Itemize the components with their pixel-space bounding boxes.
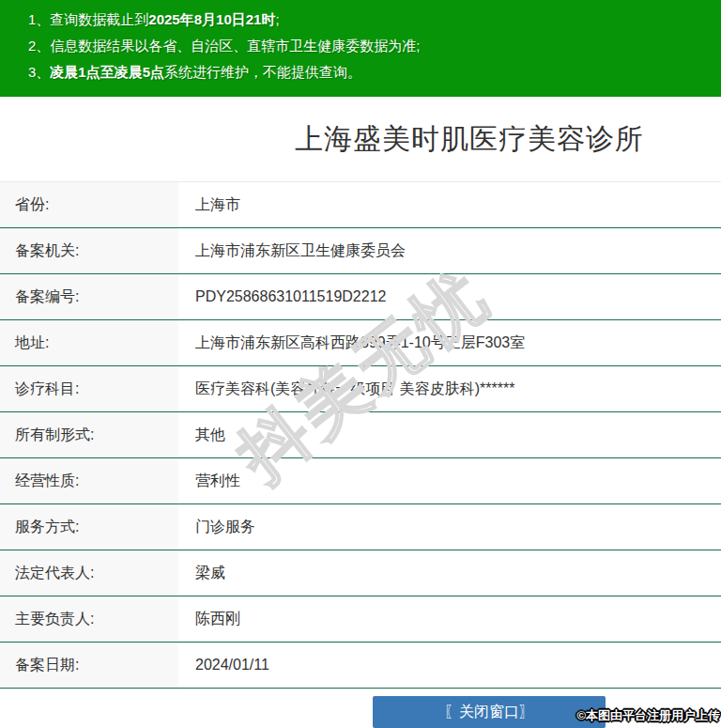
table-row-filing-date: 备案日期: 2024/01/11	[0, 643, 721, 689]
field-value: 上海市浦东新区高科西路899弄1-10号三层F303室	[178, 320, 721, 365]
notice-text: 信息数据结果以各省、自治区、直辖市卫生健康委数据为准;	[50, 38, 420, 54]
table-row-address: 地址: 上海市浦东新区高科西路899弄1-10号三层F303室	[0, 320, 721, 366]
page: 1、查询数据截止到2025年8月10日21时; 2、信息数据结果以各省、自治区、…	[0, 0, 721, 728]
field-value: 梁威	[178, 550, 721, 596]
field-value: 门诊服务	[178, 504, 721, 550]
field-value: 营利性	[178, 458, 721, 503]
notice-item-3: 3、凌晨1点至凌晨5点系统进行维护，不能提供查询。	[28, 59, 712, 85]
field-label: 备案编号:	[0, 274, 178, 319]
field-label: 地址:	[0, 320, 178, 365]
credit-watermark: ©本图由平台注册用户上传	[576, 707, 720, 724]
notice-text-bold: 2025年8月10日21时	[148, 11, 275, 27]
field-value: 上海市	[178, 182, 721, 227]
table-row-filing-authority: 备案机关: 上海市浦东新区卫生健康委员会	[0, 228, 721, 274]
notice-item-2: 2、信息数据结果以各省、自治区、直辖市卫生健康委数据为准;	[28, 33, 712, 59]
table-row-treatment-subjects: 诊疗科目: 医疗美容科(美容外科一级项目 美容皮肤科)******	[0, 366, 721, 412]
table-row-filing-number: 备案编号: PDY25868631011519D2212	[0, 274, 721, 320]
field-label: 主要负责人:	[0, 596, 178, 642]
close-window-button[interactable]: 〖关闭窗口〗	[373, 696, 606, 728]
table-row-service-mode: 服务方式: 门诊服务	[0, 504, 721, 550]
record-info-table: 省份: 上海市 备案机关: 上海市浦东新区卫生健康委员会 备案编号: PDY25…	[0, 181, 721, 689]
notice-number: 1、	[28, 11, 50, 27]
field-label: 所有制形式:	[0, 412, 178, 457]
notice-text-bold: 凌晨1点至凌晨5点	[50, 64, 164, 80]
notice-text: 查询数据截止到	[50, 11, 148, 27]
field-label: 诊疗科目:	[0, 366, 178, 411]
field-value: 上海市浦东新区卫生健康委员会	[178, 228, 721, 273]
field-value: 陈西刚	[178, 596, 721, 642]
field-value: 2024/01/11	[178, 643, 721, 688]
notice-text: ;	[275, 11, 279, 27]
field-value: 其他	[178, 412, 721, 457]
title-section: 上海盛美时肌医疗美容诊所	[0, 97, 721, 181]
notice-item-1: 1、查询数据截止到2025年8月10日21时;	[28, 7, 712, 33]
field-value: 医疗美容科(美容外科一级项目 美容皮肤科)******	[178, 366, 721, 411]
table-row-legal-representative: 法定代表人: 梁威	[0, 550, 721, 596]
table-row-ownership-form: 所有制形式: 其他	[0, 412, 721, 458]
field-label: 省份:	[0, 182, 178, 227]
field-label: 法定代表人:	[0, 550, 178, 596]
notice-number: 3、	[28, 64, 50, 80]
notice-text: 系统进行维护，不能提供查询。	[164, 64, 361, 80]
field-label: 服务方式:	[0, 504, 178, 550]
field-label: 经营性质:	[0, 458, 178, 503]
page-title: 上海盛美时肌医疗美容诊所	[0, 120, 721, 159]
table-row-province: 省份: 上海市	[0, 182, 721, 228]
notice-number: 2、	[28, 38, 50, 54]
field-label: 备案机关:	[0, 228, 178, 273]
field-value: PDY25868631011519D2212	[178, 274, 721, 319]
field-label: 备案日期:	[0, 643, 178, 688]
notice-bar: 1、查询数据截止到2025年8月10日21时; 2、信息数据结果以各省、自治区、…	[0, 0, 721, 97]
table-row-business-nature: 经营性质: 营利性	[0, 458, 721, 504]
table-row-person-in-charge: 主要负责人: 陈西刚	[0, 596, 721, 643]
